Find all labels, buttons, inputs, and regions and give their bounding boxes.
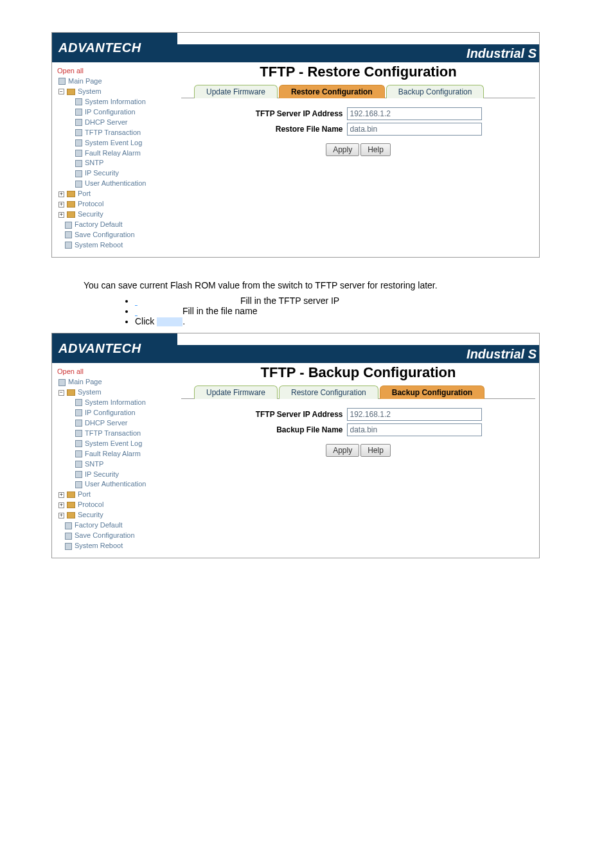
doc-bullet-3: Click . — [135, 316, 574, 326]
tab-update-firmware[interactable]: Update Firmware — [194, 385, 278, 399]
header-bar: ADVANTECH Industrial S — [52, 33, 539, 62]
doc-icon — [65, 522, 72, 529]
nav-system[interactable]: −System — [57, 387, 175, 398]
label-restore-file: Restore File Name — [235, 125, 344, 134]
doc-icon — [75, 430, 82, 437]
doc-icon — [75, 471, 82, 478]
doc-icon — [75, 170, 82, 177]
doc-icon — [75, 450, 82, 457]
doc-icon — [58, 379, 66, 386]
tab-update-firmware[interactable]: Update Firmware — [194, 85, 278, 98]
doc-icon — [75, 409, 82, 416]
doc-icon — [75, 160, 82, 167]
nav-system-information[interactable]: System Information — [57, 398, 175, 408]
header-right: Industrial S — [177, 33, 539, 62]
nav-save-configuration[interactable]: Save Configuration — [57, 230, 175, 240]
nav-sntp[interactable]: SNTP — [57, 158, 175, 168]
nav-security[interactable]: +Security — [57, 510, 175, 520]
expand-icon[interactable]: + — [58, 492, 64, 498]
expand-icon[interactable]: + — [58, 191, 64, 197]
doc-bullets: Fill in the TFTP server IP Fill in the f… — [109, 296, 574, 326]
nav-main-page[interactable]: Main Page — [57, 377, 175, 387]
nav-sntp[interactable]: SNTP — [57, 459, 175, 470]
doc-icon — [75, 119, 82, 126]
doc-bullet-2: Fill in the file name — [135, 306, 574, 316]
nav-ip-security[interactable]: IP Security — [57, 470, 175, 480]
folder-icon — [67, 389, 75, 396]
doc-icon — [65, 533, 72, 540]
apply-button[interactable]: Apply — [326, 444, 359, 457]
nav-factory-default[interactable]: Factory Default — [57, 220, 175, 230]
main-backup: TFTP - Backup Configuration Update Firmw… — [177, 363, 539, 558]
expand-icon[interactable]: + — [58, 502, 64, 508]
input-backup-file[interactable] — [347, 423, 482, 436]
nav-system-event-log[interactable]: System Event Log — [57, 138, 175, 148]
nav-dhcp-server[interactable]: DHCP Server — [57, 418, 175, 429]
doc-icon — [75, 420, 82, 427]
apply-button[interactable]: Apply — [326, 143, 359, 156]
input-restore-file[interactable] — [347, 123, 482, 136]
folder-icon — [67, 211, 75, 218]
nav-ip-security[interactable]: IP Security — [57, 168, 175, 179]
nav-port[interactable]: +Port — [57, 490, 175, 500]
tab-backup-configuration[interactable]: Backup Configuration — [386, 85, 484, 98]
doc-icon — [65, 222, 72, 229]
expand-icon[interactable]: + — [58, 202, 64, 208]
nav-fault-relay-alarm[interactable]: Fault Relay Alarm — [57, 449, 175, 459]
doc-icon — [75, 150, 82, 157]
open-all-link[interactable]: Open all — [57, 367, 175, 377]
folder-icon — [67, 201, 75, 208]
page-title: TFTP - Restore Configuration — [181, 64, 535, 80]
collapse-icon[interactable]: − — [58, 390, 64, 396]
input-tftp-ip[interactable] — [347, 408, 482, 421]
folder-icon — [67, 502, 75, 508]
nav-system-reboot[interactable]: System Reboot — [57, 240, 175, 251]
doc-bullet-1: Fill in the TFTP server IP — [135, 296, 574, 306]
expand-icon[interactable]: + — [58, 513, 64, 518]
nav-port[interactable]: +Port — [57, 189, 175, 199]
tab-restore-configuration[interactable]: Restore Configuration — [279, 85, 385, 98]
doc-icon — [75, 129, 82, 136]
doc-icon — [75, 109, 82, 116]
nav-user-authentication[interactable]: User Authentication — [57, 179, 175, 189]
sidebar: Open all Main Page −System System Inform… — [52, 363, 177, 558]
nav-system-information[interactable]: System Information — [57, 97, 175, 107]
doc-icon — [58, 78, 66, 85]
open-all-link[interactable]: Open all — [57, 66, 175, 76]
sidebar: Open all Main Page −System System Inform… — [52, 62, 177, 257]
input-tftp-ip[interactable] — [347, 107, 482, 120]
nav-tftp-transaction[interactable]: TFTP Transaction — [57, 128, 175, 138]
tab-backup-configuration[interactable]: Backup Configuration — [380, 385, 484, 399]
doc-icon — [65, 242, 72, 249]
nav-factory-default[interactable]: Factory Default — [57, 520, 175, 531]
tab-restore-configuration[interactable]: Restore Configuration — [279, 385, 378, 399]
nav-tftp-transaction[interactable]: TFTP Transaction — [57, 429, 175, 439]
nav-dhcp-server[interactable]: DHCP Server — [57, 118, 175, 128]
app-window-restore: ADVANTECH Industrial S Open all Main Pag… — [51, 32, 540, 258]
folder-icon — [67, 492, 75, 498]
nav-protocol[interactable]: +Protocol — [57, 199, 175, 209]
nav-system-reboot[interactable]: System Reboot — [57, 541, 175, 551]
nav-main-page[interactable]: Main Page — [57, 76, 175, 87]
nav-protocol[interactable]: +Protocol — [57, 500, 175, 510]
help-button[interactable]: Help — [360, 444, 391, 457]
doc-icon — [65, 231, 72, 238]
nav-user-authentication[interactable]: User Authentication — [57, 479, 175, 490]
nav-system[interactable]: −System — [57, 87, 175, 97]
collapse-icon[interactable]: − — [58, 89, 64, 94]
form-backup: TFTP Server IP Address Backup File Name … — [181, 408, 535, 457]
folder-icon — [67, 191, 75, 197]
help-button[interactable]: Help — [360, 143, 391, 156]
brand-logo: ADVANTECH — [52, 33, 177, 62]
app-window-backup: ADVANTECH Industrial S Open all Main Pag… — [51, 333, 540, 558]
nav-fault-relay-alarm[interactable]: Fault Relay Alarm — [57, 148, 175, 159]
nav-ip-configuration[interactable]: IP Configuration — [57, 408, 175, 418]
nav-save-configuration[interactable]: Save Configuration — [57, 531, 175, 541]
nav-ip-configuration[interactable]: IP Configuration — [57, 107, 175, 118]
label-backup-file: Backup File Name — [235, 425, 344, 434]
nav-security[interactable]: +Security — [57, 209, 175, 220]
tabbar: Update Firmware Restore Configuration Ba… — [181, 385, 535, 399]
page-title: TFTP - Backup Configuration — [181, 364, 535, 381]
nav-system-event-log[interactable]: System Event Log — [57, 439, 175, 449]
expand-icon[interactable]: + — [58, 212, 64, 218]
